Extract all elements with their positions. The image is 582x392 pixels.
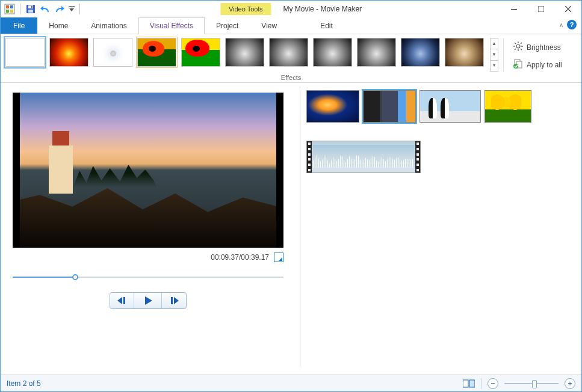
save-icon[interactable] bbox=[24, 2, 37, 16]
zoom-slider[interactable] bbox=[504, 379, 559, 388]
app-icon[interactable] bbox=[3, 2, 16, 16]
audio-track bbox=[306, 141, 575, 173]
effects-gallery: ▲ ▼ ▾ bbox=[5, 38, 498, 72]
status-text: Item 2 of 5 bbox=[7, 379, 41, 388]
clip-lighthouse[interactable] bbox=[363, 90, 416, 123]
contextual-tab-header: Video Tools bbox=[220, 3, 271, 15]
close-button[interactable] bbox=[554, 1, 581, 17]
tab-visual-effects[interactable]: Visual Effects bbox=[138, 17, 205, 34]
view-toggle-icon[interactable] bbox=[463, 379, 475, 388]
gallery-scroll-up-icon[interactable]: ▲ bbox=[491, 38, 498, 49]
audio-thumbnail bbox=[313, 145, 414, 159]
undo-icon[interactable] bbox=[39, 2, 52, 16]
ribbon-right-controls: ∧ ? bbox=[559, 20, 577, 29]
effect-grayscale-1[interactable] bbox=[225, 38, 264, 67]
apply-all-icon bbox=[513, 59, 523, 70]
ribbon-collapse-icon[interactable]: ∧ bbox=[559, 22, 563, 28]
fullscreen-icon[interactable] bbox=[274, 253, 283, 262]
window-controls bbox=[500, 1, 581, 17]
body: 00:09.37/00:39.17 bbox=[1, 83, 581, 375]
next-frame-button[interactable] bbox=[162, 293, 186, 308]
svg-rect-9 bbox=[69, 6, 75, 7]
prev-frame-button[interactable] bbox=[110, 293, 134, 308]
effect-sepia[interactable] bbox=[445, 38, 484, 67]
gallery-expand-icon[interactable]: ▾ bbox=[491, 61, 498, 71]
brightness-icon bbox=[513, 41, 523, 53]
clip-tulips[interactable] bbox=[484, 90, 531, 123]
preview-pane: 00:09.37/00:39.17 bbox=[1, 83, 300, 375]
zoom-thumb[interactable] bbox=[532, 380, 537, 388]
brightness-button[interactable]: Brightness bbox=[511, 40, 577, 54]
zoom-out-button[interactable]: − bbox=[488, 378, 498, 389]
tab-edit[interactable]: Edit bbox=[309, 17, 344, 34]
preview-lighthouse bbox=[49, 145, 73, 194]
ribbon-group-label: Effects bbox=[1, 72, 581, 82]
window-title: My Movie - Movie Maker bbox=[283, 5, 362, 13]
effect-blue-tint[interactable] bbox=[401, 38, 440, 67]
preview-status: 00:09.37/00:39.17 bbox=[13, 253, 283, 262]
separator bbox=[79, 4, 80, 14]
seek-bar[interactable] bbox=[13, 273, 283, 281]
clip-jellyfish[interactable] bbox=[306, 90, 359, 123]
effect-none[interactable] bbox=[5, 38, 45, 67]
tab-home[interactable]: Home bbox=[37, 17, 79, 34]
svg-rect-25 bbox=[171, 297, 173, 304]
preview-time: 00:09.37/00:39.17 bbox=[211, 253, 269, 262]
effect-grayscale-2[interactable] bbox=[269, 38, 308, 67]
svg-line-17 bbox=[515, 43, 516, 44]
zoom-in-button[interactable]: + bbox=[565, 378, 575, 389]
minimize-button[interactable] bbox=[500, 1, 527, 17]
maximize-button[interactable] bbox=[527, 1, 554, 17]
help-icon[interactable]: ? bbox=[567, 20, 577, 29]
effect-warm[interactable] bbox=[49, 38, 88, 67]
gallery-scroll-down-icon[interactable]: ▼ bbox=[491, 49, 498, 60]
clip-penguins[interactable] bbox=[419, 90, 481, 123]
svg-rect-8 bbox=[31, 6, 33, 8]
effect-white[interactable] bbox=[93, 38, 132, 67]
qat-customize-icon[interactable] bbox=[67, 2, 76, 16]
tab-animations[interactable]: Animations bbox=[79, 17, 138, 34]
svg-line-18 bbox=[521, 49, 522, 50]
redo-icon[interactable] bbox=[53, 2, 66, 16]
tab-project[interactable]: Project bbox=[205, 17, 250, 34]
svg-rect-11 bbox=[538, 6, 544, 12]
seek-thumb[interactable] bbox=[72, 274, 78, 280]
svg-rect-27 bbox=[469, 380, 475, 387]
ribbon: ▲ ▼ ▾ Brightness Apply to all Effects bbox=[1, 34, 581, 83]
status-right: − + bbox=[463, 378, 575, 389]
title-bar: Video Tools My Movie - Movie Maker bbox=[1, 1, 581, 17]
svg-rect-2 bbox=[10, 5, 13, 8]
svg-rect-26 bbox=[463, 380, 468, 387]
svg-rect-3 bbox=[6, 10, 9, 13]
letterbox-right bbox=[276, 93, 283, 248]
effect-grayscale-4[interactable] bbox=[357, 38, 396, 67]
playhead[interactable] bbox=[382, 90, 382, 123]
quick-access-toolbar bbox=[1, 2, 82, 16]
apply-to-all-button[interactable]: Apply to all bbox=[511, 58, 577, 72]
tab-view[interactable]: View bbox=[250, 17, 288, 34]
audio-clip[interactable] bbox=[306, 141, 421, 173]
svg-rect-1 bbox=[6, 5, 9, 8]
film-holes-left bbox=[307, 141, 312, 173]
svg-line-19 bbox=[521, 43, 522, 44]
preview-scene bbox=[13, 93, 283, 248]
preview-trees bbox=[73, 164, 157, 188]
apply-all-label: Apply to all bbox=[527, 61, 562, 69]
effect-posterize-2[interactable] bbox=[181, 38, 220, 67]
separator bbox=[20, 4, 20, 14]
ribbon-content: ▲ ▼ ▾ Brightness Apply to all bbox=[1, 34, 581, 72]
film-holes-right bbox=[415, 141, 420, 173]
tab-file[interactable]: File bbox=[1, 17, 37, 34]
svg-line-20 bbox=[515, 49, 516, 50]
video-track bbox=[306, 90, 575, 123]
svg-rect-7 bbox=[28, 10, 33, 13]
effect-grayscale-3[interactable] bbox=[313, 38, 352, 67]
svg-point-12 bbox=[516, 44, 520, 48]
play-button[interactable] bbox=[134, 293, 162, 308]
effect-posterize-1[interactable] bbox=[137, 38, 176, 67]
title-center: Video Tools My Movie - Movie Maker bbox=[220, 3, 362, 15]
svg-rect-24 bbox=[123, 297, 125, 304]
ribbon-side-group: Brightness Apply to all bbox=[503, 38, 577, 72]
gallery-scroll: ▲ ▼ ▾ bbox=[490, 38, 498, 72]
preview-video bbox=[13, 93, 283, 248]
